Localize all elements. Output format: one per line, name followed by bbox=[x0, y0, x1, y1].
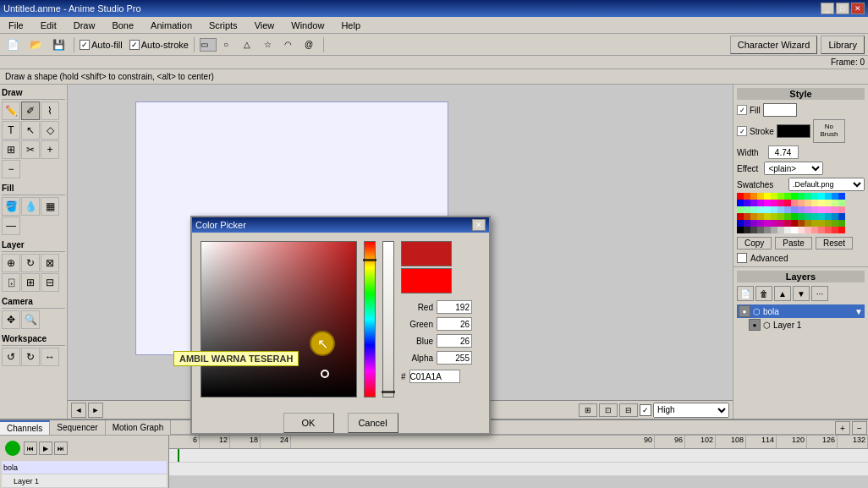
swatch-item[interactable] bbox=[750, 227, 757, 233]
swatch-item[interactable] bbox=[777, 220, 784, 227]
layers-down-button[interactable]: ▼ bbox=[793, 286, 810, 301]
stroke-tool[interactable]: — bbox=[2, 217, 20, 235]
swatch-item[interactable] bbox=[805, 213, 811, 220]
swatch-item[interactable] bbox=[784, 220, 791, 227]
swatch-item[interactable] bbox=[791, 220, 798, 227]
swatch-item[interactable] bbox=[744, 206, 750, 213]
swatch-item[interactable] bbox=[811, 193, 818, 200]
view-mode-2[interactable]: ⊡ bbox=[599, 403, 618, 417]
timeline-ruler[interactable]: 6 12 18 24 90 96 102 108 114 120 126 132 bbox=[169, 436, 868, 488]
swatch-item[interactable] bbox=[818, 193, 825, 200]
swatch-item[interactable] bbox=[771, 227, 777, 233]
close-button[interactable]: ✕ bbox=[851, 3, 865, 14]
swatch-item[interactable] bbox=[805, 200, 811, 206]
menu-edit[interactable]: Edit bbox=[36, 19, 62, 32]
swatch-item[interactable] bbox=[811, 220, 818, 227]
swatch-item[interactable] bbox=[737, 206, 744, 213]
swatch-item[interactable] bbox=[805, 227, 811, 233]
no-brush-button[interactable]: NoBrush bbox=[813, 119, 845, 143]
swatch-item[interactable] bbox=[825, 213, 832, 220]
swatch-item[interactable] bbox=[764, 227, 771, 233]
layer-bola-visibility[interactable]: ● bbox=[739, 305, 750, 317]
new-button[interactable]: 📄 bbox=[3, 36, 23, 53]
view-mode-3[interactable]: ⊟ bbox=[619, 403, 638, 417]
swatch-item[interactable] bbox=[757, 220, 764, 227]
swatch-item[interactable] bbox=[764, 200, 771, 206]
fill-checkbox[interactable]: ✓ bbox=[737, 105, 747, 115]
swatch-item[interactable] bbox=[791, 193, 798, 200]
fill-color-picker[interactable]: 💧 bbox=[21, 197, 40, 216]
swatch-item[interactable] bbox=[825, 193, 832, 200]
shape-arc[interactable]: ◠ bbox=[281, 36, 298, 53]
reset-button[interactable]: Reset bbox=[816, 237, 853, 249]
tab-channels[interactable]: Channels bbox=[0, 420, 50, 435]
swatch-item[interactable] bbox=[771, 206, 777, 213]
swatch-item[interactable] bbox=[737, 200, 744, 206]
swatch-item[interactable] bbox=[838, 200, 845, 206]
color-picker-titlebar[interactable]: Color Picker ✕ bbox=[192, 217, 489, 233]
swatch-item[interactable] bbox=[838, 227, 845, 233]
view-checkbox[interactable]: ✓ bbox=[640, 404, 651, 416]
shape-triangle[interactable]: △ bbox=[240, 36, 257, 53]
draw-bezier-tool[interactable]: ⌇ bbox=[41, 101, 59, 120]
swatch-item[interactable] bbox=[737, 220, 744, 227]
swatch-item[interactable] bbox=[784, 206, 791, 213]
play-forward-button[interactable]: ⏭ bbox=[54, 441, 68, 455]
view-mode-1[interactable]: ⊞ bbox=[579, 403, 597, 417]
fill-color-swatch[interactable] bbox=[763, 103, 797, 117]
draw-scissors-tool[interactable]: ✂ bbox=[21, 140, 40, 159]
swatch-item[interactable] bbox=[791, 213, 798, 220]
swatch-item[interactable] bbox=[805, 220, 811, 227]
timeline-zoom-out[interactable]: − bbox=[852, 421, 867, 435]
menu-file[interactable]: File bbox=[3, 19, 29, 32]
playhead[interactable] bbox=[178, 449, 179, 462]
menu-help[interactable]: Help bbox=[336, 19, 365, 32]
swatch-item[interactable] bbox=[757, 200, 764, 206]
timeline-zoom-in[interactable]: + bbox=[835, 421, 850, 435]
swatch-item[interactable] bbox=[798, 213, 805, 220]
swatch-item[interactable] bbox=[764, 213, 771, 220]
layer-more1[interactable]: ⊞ bbox=[21, 273, 40, 292]
layer-shear[interactable]: ⌺ bbox=[2, 273, 20, 292]
swatch-item[interactable] bbox=[750, 200, 757, 206]
swatch-item[interactable] bbox=[757, 213, 764, 220]
hex-input[interactable] bbox=[409, 370, 460, 383]
menu-scripts[interactable]: Scripts bbox=[204, 19, 243, 32]
swatch-item[interactable] bbox=[757, 206, 764, 213]
play-button[interactable]: ▶ bbox=[39, 441, 52, 455]
color-gradient-picker[interactable] bbox=[201, 241, 357, 398]
swatch-item[interactable] bbox=[784, 213, 791, 220]
layers-up-button[interactable]: ▲ bbox=[774, 286, 791, 301]
swatch-item[interactable] bbox=[832, 193, 838, 200]
swatch-item[interactable] bbox=[818, 220, 825, 227]
swatch-item[interactable] bbox=[737, 227, 744, 233]
swatch-item[interactable] bbox=[791, 206, 798, 213]
auto-stroke-toggle[interactable]: ✓ Auto-stroke bbox=[129, 40, 189, 50]
swatch-item[interactable] bbox=[757, 193, 764, 200]
swatch-item[interactable] bbox=[777, 213, 784, 220]
swatch-item[interactable] bbox=[764, 193, 771, 200]
swatch-item[interactable] bbox=[784, 200, 791, 206]
tab-sequencer[interactable]: Sequencer bbox=[50, 420, 105, 435]
swatch-item[interactable] bbox=[818, 213, 825, 220]
shape-star[interactable]: ☆ bbox=[261, 36, 277, 53]
swatch-item[interactable] bbox=[798, 200, 805, 206]
swatch-item[interactable] bbox=[744, 200, 750, 206]
swatch-item[interactable] bbox=[818, 206, 825, 213]
draw-shape-tool[interactable]: ✐ bbox=[21, 101, 40, 120]
workspace-2[interactable]: ↻ bbox=[21, 348, 40, 366]
swatch-item[interactable] bbox=[771, 220, 777, 227]
swatch-item[interactable] bbox=[832, 200, 838, 206]
blue-input[interactable] bbox=[437, 334, 472, 348]
shape-circle[interactable]: ○ bbox=[220, 36, 237, 53]
swatch-item[interactable] bbox=[744, 220, 750, 227]
effect-select[interactable]: <plain> bbox=[764, 162, 823, 175]
swatch-item[interactable] bbox=[805, 193, 811, 200]
layer-1-visibility[interactable]: ● bbox=[749, 319, 761, 331]
menu-window[interactable]: Window bbox=[286, 19, 329, 32]
layer-bola[interactable]: ● ⬡ bola ▼ bbox=[737, 304, 865, 318]
camera-zoom[interactable]: 🔍 bbox=[21, 310, 40, 329]
swatch-item[interactable] bbox=[811, 206, 818, 213]
swatch-item[interactable] bbox=[791, 227, 798, 233]
alpha-bar[interactable] bbox=[382, 241, 394, 398]
